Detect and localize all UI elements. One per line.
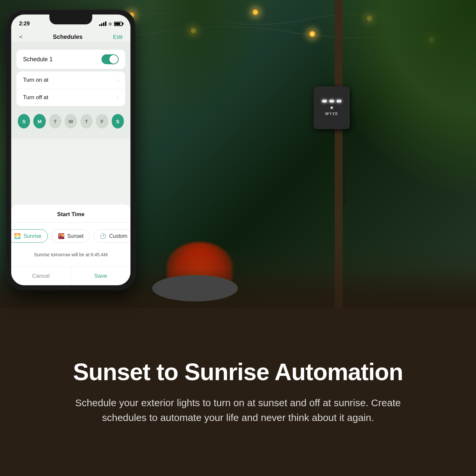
phone-outer-frame: 2:29 ⊜ < Schedules bbox=[7, 10, 135, 290]
sunset-option[interactable]: 🌇 Sunset bbox=[52, 229, 90, 243]
headline: Sunset to Sunrise Automation bbox=[73, 359, 403, 385]
schedule-content: Schedule 1 Turn on at › Turn off at › bbox=[11, 42, 130, 139]
bottom-section: Sunset to Sunrise Automation Schedule yo… bbox=[0, 308, 476, 476]
subtext: Schedule your exterior lights to turn on… bbox=[57, 395, 419, 425]
battery-icon bbox=[114, 22, 123, 26]
foliage-center bbox=[132, 0, 264, 132]
days-selector: S M T W T F S bbox=[11, 109, 130, 134]
screen-title: Schedules bbox=[53, 34, 83, 41]
device-light-3 bbox=[337, 100, 341, 102]
phone-mockup: 2:29 ⊜ < Schedules bbox=[7, 10, 135, 290]
back-button[interactable]: < bbox=[19, 34, 23, 41]
custom-option[interactable]: 🕐 Custom bbox=[94, 229, 130, 243]
signal-bar-3 bbox=[103, 22, 104, 26]
sunrise-option[interactable]: 🌅 Sunrise bbox=[11, 229, 48, 243]
schedule-name: Schedule 1 bbox=[23, 56, 53, 63]
day-saturday[interactable]: S bbox=[112, 114, 124, 128]
device-light-1 bbox=[322, 100, 327, 102]
wyze-device: WYZE bbox=[314, 86, 350, 129]
device-status-dot bbox=[330, 106, 333, 109]
sunrise-label: Sunrise bbox=[23, 233, 41, 239]
day-tuesday[interactable]: T bbox=[49, 114, 61, 128]
sunset-label: Sunset bbox=[67, 233, 84, 239]
signal-bar-2 bbox=[101, 23, 102, 26]
navigation-bar: < Schedules Edit bbox=[11, 31, 130, 42]
sunrise-icon: 🌅 bbox=[14, 233, 21, 239]
custom-label: Custom bbox=[109, 233, 127, 239]
device-light-2 bbox=[329, 100, 334, 102]
day-monday[interactable]: M bbox=[33, 114, 45, 128]
turn-off-chevron-icon: › bbox=[117, 95, 119, 100]
turn-off-label: Turn off at bbox=[23, 94, 48, 101]
phone-notch bbox=[49, 14, 92, 24]
fire-pit bbox=[152, 275, 238, 301]
day-thursday[interactable]: T bbox=[80, 114, 93, 128]
cancel-button[interactable]: Cancel bbox=[11, 267, 71, 285]
battery-fill bbox=[115, 23, 120, 25]
time-options: 🌅 Sunrise 🌇 Sunset 🕐 Custom bbox=[11, 223, 130, 249]
signal-strength-icon bbox=[99, 21, 106, 26]
day-friday[interactable]: F bbox=[96, 114, 108, 128]
save-button[interactable]: Save bbox=[71, 267, 131, 285]
turn-on-label: Turn on at bbox=[23, 77, 48, 83]
device-indicator-lights bbox=[322, 100, 341, 102]
sheet-actions: Cancel Save bbox=[11, 266, 130, 285]
signal-bar-4 bbox=[105, 21, 106, 26]
device-cable bbox=[344, 139, 345, 205]
toggle-knob bbox=[109, 55, 118, 64]
day-sunday[interactable]: S bbox=[18, 114, 30, 128]
phone-screen: 2:29 ⊜ < Schedules bbox=[11, 14, 130, 285]
wifi-icon: ⊜ bbox=[108, 21, 112, 26]
edit-button[interactable]: Edit bbox=[113, 34, 123, 41]
custom-icon: 🕐 bbox=[100, 233, 106, 239]
schedule-toggle[interactable] bbox=[101, 54, 119, 64]
device-brand-label: WYZE bbox=[325, 112, 338, 116]
start-time-sheet: Start Time 🌅 Sunrise 🌇 Sunset 🕐 Custom bbox=[11, 205, 130, 285]
turn-on-row[interactable]: Turn on at › bbox=[16, 71, 125, 89]
turn-on-chevron-icon: › bbox=[117, 77, 119, 83]
sheet-title: Start Time bbox=[11, 205, 130, 223]
signal-bar-1 bbox=[99, 24, 100, 26]
day-wednesday[interactable]: W bbox=[65, 114, 77, 128]
status-icons: ⊜ bbox=[99, 21, 123, 26]
schedule-1-row: Schedule 1 bbox=[16, 50, 125, 69]
status-time: 2:29 bbox=[19, 21, 30, 27]
sunset-icon: 🌇 bbox=[58, 233, 65, 239]
turn-off-row[interactable]: Turn off at › bbox=[16, 89, 125, 106]
sunrise-info-text: Sunrise tomorrow will be at 6:45 AM bbox=[11, 249, 130, 264]
